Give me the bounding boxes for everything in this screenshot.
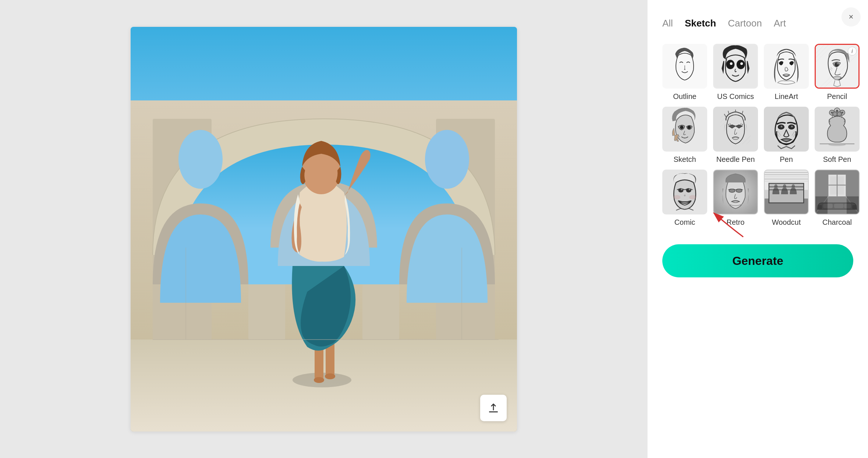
- style-item-comic[interactable]: Comic: [662, 170, 707, 227]
- svg-point-12: [314, 377, 324, 383]
- style-label-needle-pen: Needle Pen: [716, 155, 755, 164]
- svg-point-13: [325, 373, 335, 379]
- svg-rect-113: [847, 196, 859, 214]
- style-label-pen: Pen: [780, 155, 793, 164]
- tab-art[interactable]: Art: [774, 18, 786, 31]
- style-label-us-comics: US Comics: [717, 92, 754, 101]
- svg-rect-100: [837, 177, 844, 185]
- svg-rect-101: [830, 186, 837, 195]
- svg-point-84: [736, 189, 742, 192]
- style-item-retro[interactable]: Retro: [713, 170, 758, 227]
- svg-point-64: [837, 112, 842, 116]
- tab-all[interactable]: All: [662, 18, 673, 31]
- svg-rect-102: [837, 186, 844, 195]
- svg-point-79: [689, 195, 696, 199]
- style-label-outline: Outline: [673, 92, 696, 101]
- svg-point-75: [681, 189, 683, 191]
- svg-point-7: [178, 130, 223, 189]
- right-panel: × All Sketch Cartoon Art: [647, 0, 868, 458]
- style-item-outline[interactable]: Outline: [662, 44, 707, 101]
- main-image: [131, 27, 517, 432]
- style-thumb-comic: [662, 170, 707, 214]
- style-label-woodcut: Woodcut: [772, 218, 801, 227]
- style-thumb-needle-pen: [713, 107, 758, 152]
- svg-point-80: [684, 195, 686, 196]
- image-panel: [0, 0, 647, 458]
- svg-point-78: [673, 195, 680, 199]
- style-thumb-lineart: [764, 44, 809, 89]
- app-container: × All Sketch Cartoon Art: [0, 0, 868, 458]
- style-item-us-comics[interactable]: US Comics: [713, 44, 758, 101]
- upload-button[interactable]: [480, 395, 507, 421]
- svg-rect-21: [765, 45, 808, 88]
- style-item-needle-pen[interactable]: Needle Pen: [713, 107, 758, 164]
- svg-point-35: [687, 126, 691, 129]
- svg-point-8: [425, 130, 469, 189]
- tab-sketch[interactable]: Sketch: [685, 18, 716, 31]
- generate-button[interactable]: Generate: [662, 244, 853, 277]
- style-item-pen[interactable]: Pen: [764, 107, 809, 164]
- close-button[interactable]: ×: [842, 7, 861, 26]
- style-thumb-us-comics: [713, 44, 758, 89]
- style-thumb-pencil: i: [815, 44, 860, 89]
- style-thumb-sketch: [662, 107, 707, 152]
- style-item-pencil[interactable]: i: [815, 44, 860, 101]
- style-label-pencil: Pencil: [827, 92, 847, 101]
- svg-point-83: [729, 189, 735, 192]
- svg-rect-112: [815, 196, 828, 214]
- svg-point-66: [836, 110, 838, 112]
- svg-point-67: [842, 112, 843, 114]
- style-thumb-pen: [764, 107, 809, 152]
- filter-tabs: All Sketch Cartoon Art: [662, 18, 853, 31]
- style-thumb-charcoal: [815, 170, 860, 214]
- svg-point-19: [730, 62, 733, 65]
- svg-point-77: [689, 189, 691, 191]
- svg-point-63: [833, 112, 837, 116]
- style-label-soft-pen: Soft Pen: [823, 155, 851, 164]
- svg-point-29: [835, 63, 839, 67]
- svg-point-72: [828, 143, 846, 146]
- style-label-retro: Retro: [727, 218, 745, 227]
- style-grid: Outline: [662, 44, 853, 227]
- image-wrapper: [131, 27, 517, 432]
- svg-point-34: [680, 126, 683, 129]
- style-label-comic: Comic: [674, 218, 695, 227]
- svg-point-30: [837, 63, 839, 65]
- style-item-lineart[interactable]: LineArt: [764, 44, 809, 101]
- svg-point-74: [678, 188, 683, 192]
- style-label-charcoal: Charcoal: [822, 218, 852, 227]
- style-label-lineart: LineArt: [775, 92, 798, 101]
- style-thumb-woodcut: [764, 170, 809, 214]
- svg-point-54: [791, 126, 793, 128]
- style-item-soft-pen[interactable]: Soft Pen: [815, 107, 860, 164]
- svg-point-65: [831, 112, 833, 114]
- svg-rect-110: [834, 204, 844, 208]
- style-item-sketch[interactable]: Sketch: [662, 107, 707, 164]
- style-thumb-soft-pen: [815, 107, 860, 152]
- style-label-sketch: Sketch: [673, 155, 696, 164]
- style-item-charcoal[interactable]: Charcoal: [815, 170, 860, 227]
- info-badge: i: [848, 47, 857, 56]
- tab-cartoon[interactable]: Cartoon: [728, 18, 762, 31]
- generate-section: Generate: [662, 241, 853, 277]
- svg-rect-99: [830, 177, 837, 185]
- style-thumb-outline: [662, 44, 707, 89]
- svg-point-76: [686, 188, 691, 192]
- svg-point-20: [740, 62, 743, 65]
- style-thumb-retro: [713, 170, 758, 214]
- style-item-woodcut[interactable]: Woodcut: [764, 170, 809, 227]
- svg-point-53: [781, 126, 783, 128]
